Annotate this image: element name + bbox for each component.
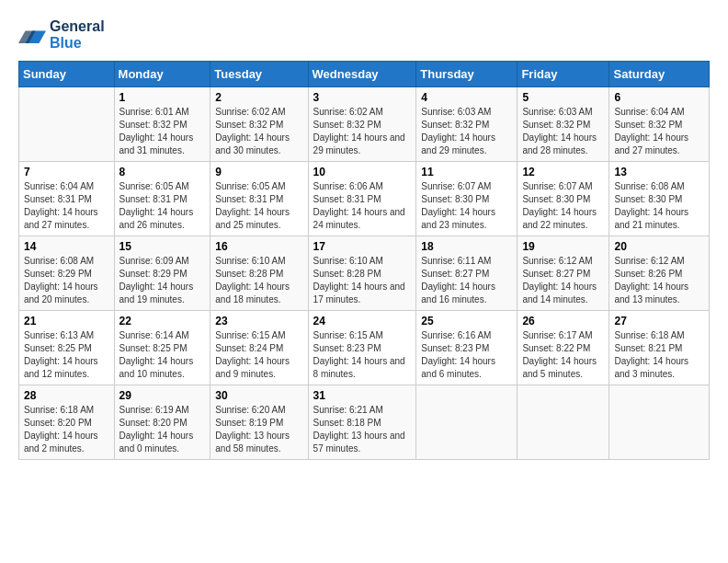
- calendar-cell: [416, 385, 518, 460]
- weekday-header-row: SundayMondayTuesdayWednesdayThursdayFrid…: [19, 62, 710, 87]
- day-number: 19: [522, 240, 604, 253]
- calendar-cell: 18Sunrise: 6:11 AMSunset: 8:27 PMDayligh…: [416, 236, 518, 311]
- weekday-header: Saturday: [609, 62, 710, 87]
- day-number: 30: [215, 389, 302, 402]
- day-info: Sunrise: 6:12 AMSunset: 8:26 PMDaylight:…: [614, 255, 704, 306]
- day-number: 11: [421, 166, 512, 178]
- day-info: Sunrise: 6:18 AMSunset: 8:21 PMDaylight:…: [614, 329, 704, 381]
- day-number: 13: [614, 166, 704, 178]
- weekday-header: Friday: [518, 62, 609, 87]
- day-number: 21: [24, 315, 109, 327]
- calendar-cell: 10Sunrise: 6:06 AMSunset: 8:31 PMDayligh…: [308, 162, 416, 236]
- calendar-cell: 14Sunrise: 6:08 AMSunset: 8:29 PMDayligh…: [19, 236, 115, 311]
- calendar-cell: 15Sunrise: 6:09 AMSunset: 8:29 PMDayligh…: [114, 236, 210, 311]
- day-info: Sunrise: 6:02 AMSunset: 8:32 PMDaylight:…: [215, 106, 302, 157]
- day-info: Sunrise: 6:07 AMSunset: 8:30 PMDaylight:…: [421, 180, 512, 232]
- day-info: Sunrise: 6:03 AMSunset: 8:32 PMDaylight:…: [522, 106, 604, 157]
- calendar-cell: 27Sunrise: 6:18 AMSunset: 8:21 PMDayligh…: [609, 311, 710, 385]
- day-info: Sunrise: 6:15 AMSunset: 8:23 PMDaylight:…: [313, 329, 412, 381]
- calendar-cell: 19Sunrise: 6:12 AMSunset: 8:27 PMDayligh…: [518, 236, 609, 311]
- day-number: 23: [215, 315, 302, 327]
- calendar-cell: 29Sunrise: 6:19 AMSunset: 8:20 PMDayligh…: [114, 385, 210, 460]
- logo-text: General Blue: [50, 18, 105, 52]
- day-info: Sunrise: 6:08 AMSunset: 8:30 PMDaylight:…: [614, 180, 704, 232]
- day-info: Sunrise: 6:05 AMSunset: 8:31 PMDaylight:…: [215, 180, 302, 232]
- day-number: 1: [119, 91, 206, 104]
- day-number: 6: [614, 91, 704, 104]
- day-info: Sunrise: 6:11 AMSunset: 8:27 PMDaylight:…: [421, 255, 512, 306]
- header: General Blue: [18, 18, 710, 52]
- weekday-header: Monday: [114, 62, 210, 87]
- calendar-cell: 31Sunrise: 6:21 AMSunset: 8:18 PMDayligh…: [308, 385, 416, 460]
- weekday-header: Tuesday: [210, 62, 308, 87]
- day-info: Sunrise: 6:13 AMSunset: 8:25 PMDaylight:…: [24, 329, 109, 381]
- calendar-cell: 20Sunrise: 6:12 AMSunset: 8:26 PMDayligh…: [609, 236, 710, 311]
- day-number: 12: [522, 166, 604, 178]
- day-info: Sunrise: 6:08 AMSunset: 8:29 PMDaylight:…: [24, 255, 109, 306]
- day-number: 20: [614, 240, 704, 253]
- day-info: Sunrise: 6:10 AMSunset: 8:28 PMDaylight:…: [215, 255, 302, 306]
- weekday-header: Thursday: [416, 62, 518, 87]
- calendar-cell: 4Sunrise: 6:03 AMSunset: 8:32 PMDaylight…: [416, 87, 518, 162]
- day-info: Sunrise: 6:21 AMSunset: 8:18 PMDaylight:…: [313, 404, 412, 455]
- day-info: Sunrise: 6:17 AMSunset: 8:22 PMDaylight:…: [522, 329, 604, 381]
- day-number: 18: [421, 240, 512, 253]
- day-info: Sunrise: 6:03 AMSunset: 8:32 PMDaylight:…: [421, 106, 512, 157]
- logo-icon: [18, 24, 46, 46]
- calendar-cell: [518, 385, 609, 460]
- day-number: 22: [119, 315, 206, 327]
- day-info: Sunrise: 6:09 AMSunset: 8:29 PMDaylight:…: [119, 255, 206, 306]
- day-info: Sunrise: 6:19 AMSunset: 8:20 PMDaylight:…: [119, 404, 206, 455]
- day-number: 26: [522, 315, 604, 327]
- day-number: 3: [313, 91, 412, 104]
- day-number: 25: [421, 315, 512, 327]
- day-info: Sunrise: 6:04 AMSunset: 8:32 PMDaylight:…: [614, 106, 704, 157]
- calendar-cell: [609, 385, 710, 460]
- calendar-cell: 24Sunrise: 6:15 AMSunset: 8:23 PMDayligh…: [308, 311, 416, 385]
- calendar-cell: 8Sunrise: 6:05 AMSunset: 8:31 PMDaylight…: [114, 162, 210, 236]
- calendar-cell: 26Sunrise: 6:17 AMSunset: 8:22 PMDayligh…: [518, 311, 609, 385]
- day-info: Sunrise: 6:18 AMSunset: 8:20 PMDaylight:…: [24, 404, 109, 455]
- day-number: 31: [313, 389, 412, 402]
- calendar-cell: 22Sunrise: 6:14 AMSunset: 8:25 PMDayligh…: [114, 311, 210, 385]
- day-info: Sunrise: 6:07 AMSunset: 8:30 PMDaylight:…: [522, 180, 604, 232]
- calendar-cell: [19, 87, 115, 162]
- day-number: 9: [215, 166, 302, 178]
- day-number: 5: [522, 91, 604, 104]
- day-info: Sunrise: 6:10 AMSunset: 8:28 PMDaylight:…: [313, 255, 412, 306]
- calendar-cell: 28Sunrise: 6:18 AMSunset: 8:20 PMDayligh…: [19, 385, 115, 460]
- calendar-cell: 2Sunrise: 6:02 AMSunset: 8:32 PMDaylight…: [210, 87, 308, 162]
- day-info: Sunrise: 6:14 AMSunset: 8:25 PMDaylight:…: [119, 329, 206, 381]
- day-number: 16: [215, 240, 302, 253]
- calendar-cell: 13Sunrise: 6:08 AMSunset: 8:30 PMDayligh…: [609, 162, 710, 236]
- day-info: Sunrise: 6:01 AMSunset: 8:32 PMDaylight:…: [119, 106, 206, 157]
- day-number: 24: [313, 315, 412, 327]
- day-info: Sunrise: 6:06 AMSunset: 8:31 PMDaylight:…: [313, 180, 412, 232]
- calendar-cell: 5Sunrise: 6:03 AMSunset: 8:32 PMDaylight…: [518, 87, 609, 162]
- day-number: 14: [24, 240, 109, 253]
- calendar-cell: 16Sunrise: 6:10 AMSunset: 8:28 PMDayligh…: [210, 236, 308, 311]
- day-number: 4: [421, 91, 512, 104]
- weekday-header: Sunday: [19, 62, 115, 87]
- day-info: Sunrise: 6:16 AMSunset: 8:23 PMDaylight:…: [421, 329, 512, 381]
- day-number: 28: [24, 389, 109, 402]
- day-info: Sunrise: 6:05 AMSunset: 8:31 PMDaylight:…: [119, 180, 206, 232]
- day-info: Sunrise: 6:04 AMSunset: 8:31 PMDaylight:…: [24, 180, 109, 232]
- logo: General Blue: [18, 18, 105, 52]
- calendar-cell: 3Sunrise: 6:02 AMSunset: 8:32 PMDaylight…: [308, 87, 416, 162]
- calendar-cell: 7Sunrise: 6:04 AMSunset: 8:31 PMDaylight…: [19, 162, 115, 236]
- calendar-week-row: 14Sunrise: 6:08 AMSunset: 8:29 PMDayligh…: [19, 236, 710, 311]
- calendar-week-row: 28Sunrise: 6:18 AMSunset: 8:20 PMDayligh…: [19, 385, 710, 460]
- day-number: 17: [313, 240, 412, 253]
- day-number: 10: [313, 166, 412, 178]
- calendar-cell: 25Sunrise: 6:16 AMSunset: 8:23 PMDayligh…: [416, 311, 518, 385]
- calendar-cell: 11Sunrise: 6:07 AMSunset: 8:30 PMDayligh…: [416, 162, 518, 236]
- calendar-week-row: 7Sunrise: 6:04 AMSunset: 8:31 PMDaylight…: [19, 162, 710, 236]
- day-info: Sunrise: 6:15 AMSunset: 8:24 PMDaylight:…: [215, 329, 302, 381]
- day-number: 2: [215, 91, 302, 104]
- calendar-cell: 30Sunrise: 6:20 AMSunset: 8:19 PMDayligh…: [210, 385, 308, 460]
- day-number: 27: [614, 315, 704, 327]
- calendar-cell: 6Sunrise: 6:04 AMSunset: 8:32 PMDaylight…: [609, 87, 710, 162]
- calendar-week-row: 1Sunrise: 6:01 AMSunset: 8:32 PMDaylight…: [19, 87, 710, 162]
- calendar-table: SundayMondayTuesdayWednesdayThursdayFrid…: [18, 61, 710, 460]
